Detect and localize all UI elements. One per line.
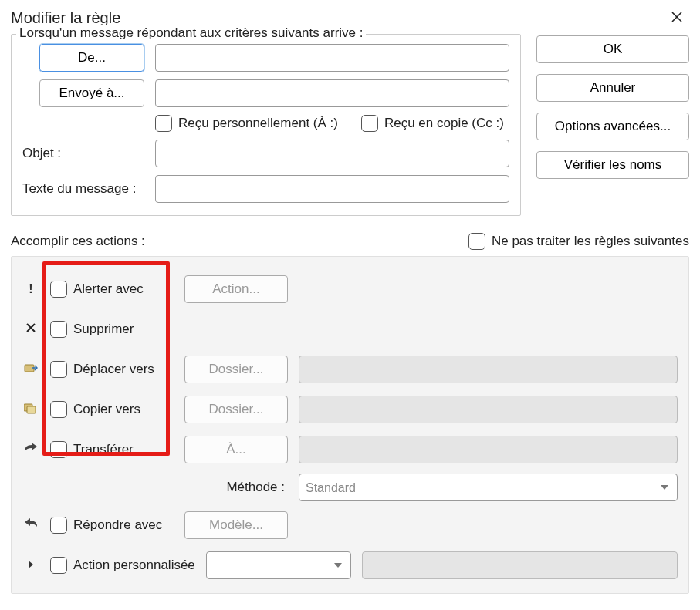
move-folder-button[interactable]: Dossier... [184,356,288,383]
no-further-rules-label: Ne pas traiter les règles suivantes [492,234,689,249]
method-select[interactable]: Standard [299,474,678,501]
no-further-rules-checkbox[interactable]: Ne pas traiter les règles suivantes [468,233,689,250]
reply-with-checkbox[interactable]: Répondre avec [50,517,174,534]
checkbox-icon [155,115,172,132]
custom-action-checkbox[interactable]: Action personnalisée [50,557,195,574]
delete-label: Supprimer [73,322,134,337]
svg-rect-2 [27,406,36,413]
forward-icon [24,443,38,457]
copy-to-checkbox[interactable]: Copier vers [50,401,174,418]
checkbox-icon [468,233,485,250]
message-text-input[interactable] [155,175,509,203]
subject-label: Objet : [22,146,61,161]
delete-checkbox[interactable]: Supprimer [50,321,174,338]
copy-folder-field [299,396,678,423]
advanced-options-button[interactable]: Options avancées... [536,113,689,140]
method-label: Méthode : [184,480,288,495]
criteria-group: Lorsqu'un message répondant aux critères… [11,34,521,216]
custom-action-select[interactable] [206,551,351,579]
template-button[interactable]: Modèle... [184,511,288,539]
alert-with-label: Alerter avec [73,281,144,297]
action-button[interactable]: Action... [184,275,288,303]
received-cc-label: Reçu en copie (Cc :) [384,116,504,131]
forward-to-button[interactable]: À... [184,436,288,463]
received-personally-checkbox[interactable]: Reçu personnellement (À :) [155,115,338,132]
checkbox-icon [50,557,67,574]
checkbox-icon [50,517,67,534]
copy-to-icon [24,402,38,417]
dialog-title: Modifier la règle [11,9,120,27]
custom-action-field [362,551,678,579]
ok-button[interactable]: OK [536,35,689,63]
received-cc-checkbox[interactable]: Reçu en copie (Cc :) [361,115,504,132]
move-to-checkbox[interactable]: Déplacer vers [50,361,174,378]
reply-icon [24,518,38,532]
verify-names-button[interactable]: Vérifier les noms [536,151,689,179]
reply-with-label: Répondre avec [73,517,162,533]
forward-to-field [299,436,678,463]
sent-to-input[interactable] [155,79,509,107]
copy-to-label: Copier vers [73,402,140,417]
checkbox-icon [50,281,67,298]
checkbox-icon [361,115,378,132]
checkbox-icon [50,441,67,458]
cancel-button[interactable]: Annuler [536,74,689,102]
actions-header-label: Accomplir ces actions : [11,234,145,249]
from-button[interactable]: De... [39,44,144,72]
actions-panel: ! Alerter avec Action... Supprimer [11,256,689,594]
sent-to-button[interactable]: Envoyé à... [39,79,144,107]
criteria-legend: Lorsqu'un message répondant aux critères… [16,25,366,41]
move-to-label: Déplacer vers [73,362,154,377]
move-to-icon [24,362,38,377]
delete-icon [25,322,36,336]
move-folder-field [299,356,678,383]
alert-icon: ! [29,282,32,296]
received-personally-label: Reçu personnellement (À :) [178,116,338,131]
expand-icon[interactable] [27,558,35,572]
forward-label: Transférer [73,442,134,457]
forward-checkbox[interactable]: Transférer [50,441,174,458]
message-text-label: Texte du message : [22,181,136,197]
checkbox-icon [50,401,67,418]
checkbox-icon [50,361,67,378]
subject-input[interactable] [155,140,509,167]
custom-action-label: Action personnalisée [73,558,195,573]
close-icon[interactable] [664,6,689,29]
from-input[interactable] [155,44,509,72]
checkbox-icon [50,321,67,338]
alert-with-checkbox[interactable]: Alerter avec [50,281,174,298]
copy-folder-button[interactable]: Dossier... [184,396,288,423]
